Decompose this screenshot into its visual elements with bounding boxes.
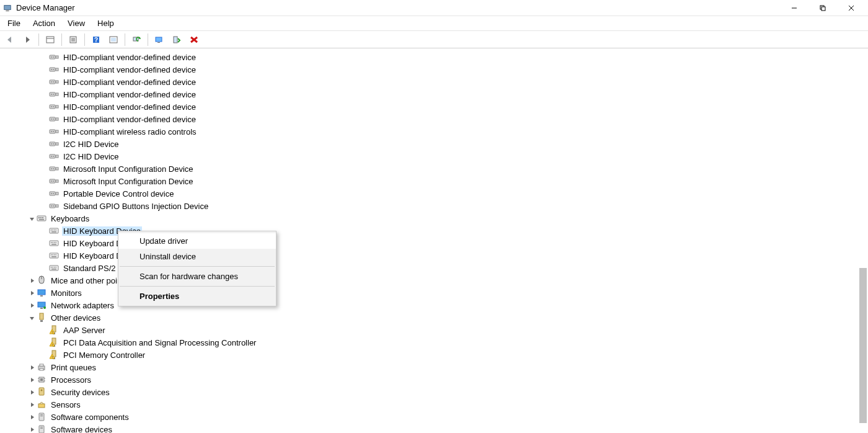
svg-rect-31 — [50, 80, 55, 84]
uninstall-device-button[interactable] — [187, 33, 202, 47]
context-uninstall-device[interactable]: Uninstall device — [118, 249, 276, 264]
tree-item-hid-device[interactable]: I2C HID Device — [7, 138, 868, 150]
svg-point-61 — [53, 168, 54, 169]
scrollbar-thumb[interactable] — [859, 268, 867, 423]
tree-item-hid-device[interactable]: HID-compliant vendor-defined device — [7, 51, 868, 63]
svg-rect-20 — [174, 37, 177, 43]
svg-rect-91 — [51, 244, 56, 245]
tree-item-other-device[interactable]: !PCI Memory Controller — [7, 349, 868, 361]
scan-hardware-button[interactable] — [129, 33, 144, 47]
svg-rect-42 — [56, 105, 58, 108]
tree-item-hid-device[interactable]: Microsoft Input Configuration Device — [7, 175, 868, 187]
properties-button[interactable] — [66, 33, 81, 47]
svg-point-33 — [53, 81, 54, 83]
tree-item-label: Portable Device Control device — [62, 189, 175, 199]
update-driver-button[interactable] — [152, 33, 167, 47]
svg-point-28 — [51, 69, 52, 70]
svg-point-110 — [43, 306, 46, 309]
svg-rect-126 — [40, 378, 43, 381]
expander-icon[interactable] — [27, 388, 36, 396]
svg-rect-87 — [51, 242, 52, 243]
expander-icon[interactable] — [27, 425, 36, 433]
forward-button[interactable] — [20, 33, 35, 47]
mouse-category-icon — [36, 275, 47, 286]
tree-item-hid-device[interactable]: HID-compliant vendor-defined device — [7, 63, 868, 76]
tree-item-hid-device[interactable]: I2C HID Device — [7, 150, 868, 163]
svg-rect-70 — [56, 192, 58, 195]
tree-category-sensors[interactable]: Sensors — [7, 398, 868, 411]
svg-rect-47 — [50, 130, 55, 133]
tree-item-hid-device[interactable]: Sideband GPIO Buttons Injection Device — [7, 200, 868, 212]
svg-rect-135 — [40, 414, 43, 415]
minimize-button[interactable] — [780, 0, 808, 16]
window-controls — [780, 0, 866, 16]
svg-rect-78 — [42, 217, 43, 218]
tree-item-hid-device[interactable]: HID-compliant vendor-defined device — [7, 76, 868, 88]
menu-file[interactable]: File — [1, 17, 27, 30]
tree-category-swdev[interactable]: Software devices — [7, 423, 868, 433]
tree-item-label: I2C HID Device — [62, 140, 120, 149]
scrollbar-track[interactable] — [858, 50, 867, 432]
tree-item-hid-device[interactable]: Portable Device Control device — [7, 187, 868, 200]
tree-category-processors[interactable]: Processors — [7, 373, 868, 386]
svg-rect-83 — [54, 230, 55, 231]
svg-rect-79 — [39, 219, 44, 220]
tree-item-other-device[interactable]: !PCI Data Acquisition and Signal Process… — [7, 336, 868, 349]
svg-rect-99 — [51, 267, 52, 268]
expander-icon[interactable] — [27, 363, 36, 372]
tree-category-other[interactable]: Other devices — [7, 311, 868, 324]
svg-rect-133 — [38, 404, 45, 408]
context-update-driver[interactable]: Update driver — [118, 233, 276, 249]
back-button[interactable] — [2, 33, 17, 47]
expander-icon[interactable] — [27, 276, 36, 285]
tree-item-hid-device[interactable]: HID-compliant vendor-defined device — [7, 88, 868, 100]
tree-category-keyboards[interactable]: Keyboards — [7, 212, 868, 225]
expander-icon[interactable] — [27, 413, 36, 421]
svg-rect-27 — [50, 68, 55, 71]
context-scan-hardware[interactable]: Scan for hardware changes — [118, 269, 276, 284]
expander-icon[interactable] — [27, 375, 36, 384]
svg-rect-101 — [54, 267, 55, 268]
svg-rect-89 — [54, 242, 55, 243]
tree-category-print[interactable]: Print queues — [7, 361, 868, 373]
warning-device-icon: ! — [48, 349, 60, 360]
tree-item-label: Monitors — [50, 288, 83, 298]
svg-rect-63 — [50, 179, 55, 183]
show-hide-tree-button[interactable] — [43, 33, 58, 47]
tree-item-hid-device[interactable]: Microsoft Input Configuration Device — [7, 163, 868, 175]
help-button[interactable]: ? — [89, 33, 104, 47]
toolbar-separator — [148, 33, 148, 46]
svg-rect-1 — [6, 10, 9, 11]
context-properties[interactable]: Properties — [118, 288, 276, 304]
tree-item-other-device[interactable]: !AAP Server — [7, 324, 868, 336]
warning-device-icon: ! — [48, 324, 60, 336]
tree-category-security[interactable]: Security devices — [7, 386, 868, 398]
expander-icon[interactable] — [27, 400, 36, 409]
close-button[interactable] — [837, 0, 866, 16]
expander-icon[interactable] — [27, 313, 36, 322]
menu-action[interactable]: Action — [27, 17, 61, 30]
tree-item-hid-device[interactable]: HID-compliant vendor-defined device — [7, 113, 868, 125]
svg-rect-82 — [53, 230, 54, 231]
hid-device-icon — [48, 163, 60, 174]
tree-item-label: HID-compliant vendor-defined device — [62, 78, 197, 87]
tree-item-label: PCI Data Acquisition and Signal Processi… — [62, 338, 257, 347]
svg-rect-0 — [4, 5, 11, 9]
tree-item-label: Keyboards — [50, 214, 91, 223]
maximize-button[interactable] — [808, 0, 837, 16]
action-button[interactable] — [106, 33, 121, 47]
svg-rect-112 — [40, 320, 43, 322]
tree-item-hid-device[interactable]: HID-compliant wireless radio controls — [7, 125, 868, 138]
expander-icon[interactable] — [27, 301, 36, 310]
menu-view[interactable]: View — [61, 17, 91, 30]
context-separator — [120, 286, 275, 287]
expander-icon[interactable] — [27, 288, 36, 297]
enable-device-button[interactable] — [169, 33, 184, 47]
app-icon — [2, 3, 12, 13]
tree-item-hid-device[interactable]: HID-compliant vendor-defined device — [7, 100, 868, 113]
context-menu: Update driver Uninstall device Scan for … — [118, 231, 277, 306]
expander-icon[interactable] — [27, 214, 36, 223]
svg-rect-139 — [40, 428, 43, 429]
menu-help[interactable]: Help — [91, 17, 120, 30]
tree-category-swcomp[interactable]: Software components — [7, 411, 868, 423]
